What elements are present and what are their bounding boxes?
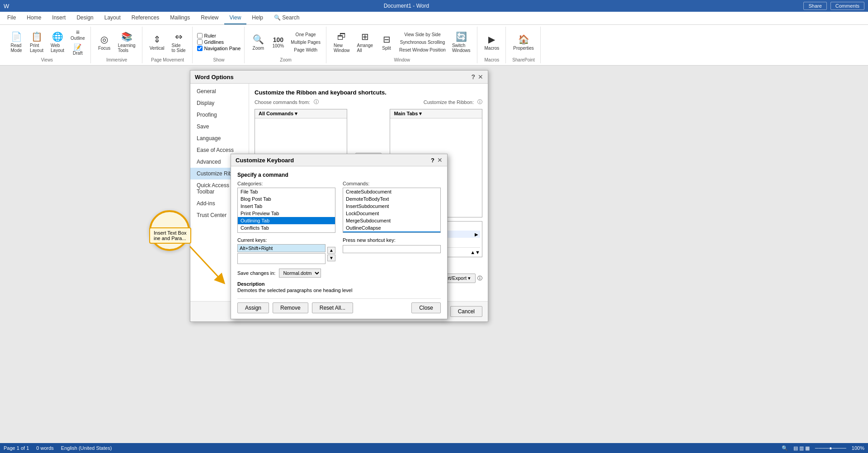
ribbon-btn-sync-scrolling[interactable]: Synchronous Scrolling (397, 39, 448, 46)
ck-categories-commands: Categories: File Tab Blog Post Tab Inser… (237, 181, 441, 233)
ribbon-btn-new-window[interactable]: 🗗 NewWindow (331, 29, 353, 55)
web-layout-icon: 🌐 (52, 31, 63, 42)
ribbon-btn-print-layout[interactable]: 📋 PrintLayout (27, 29, 46, 55)
ck-cmd-create-subdoc[interactable]: CreateSubdocument (343, 188, 440, 195)
arrange-all-icon: ⊞ (361, 31, 369, 42)
ck-description-text: Demotes the selected paragraphs one head… (237, 288, 441, 293)
ck-reset-all-btn[interactable]: Reset All... (312, 302, 353, 313)
ck-cat-insert[interactable]: Insert Tab (238, 203, 335, 210)
ck-cat-print-preview[interactable]: Print Preview Tab (238, 210, 335, 217)
ck-categories-list[interactable]: File Tab Blog Post Tab Insert Tab Print … (237, 188, 335, 233)
doc-title: Document1 - Word (384, 3, 429, 9)
gridlines-checkbox[interactable]: Gridlines (197, 39, 241, 45)
ck-cmd-merge-subdoc[interactable]: MergeSubdocument (343, 217, 440, 224)
ribbon-btn-draft[interactable]: 📝 Draft (69, 42, 87, 57)
current-key-scroll-down[interactable]: ▼ (327, 255, 335, 261)
ck-cat-blog-post[interactable]: Blog Post Tab (238, 195, 335, 203)
sidebar-item-save[interactable]: Save (190, 121, 249, 132)
ribbon-btn-focus[interactable]: ◎ Focus (95, 29, 113, 55)
ck-close-btn-bottom[interactable]: Close (411, 302, 441, 313)
sidebar-item-language[interactable]: Language (190, 132, 249, 144)
ck-cmd-lock-doc[interactable]: LockDocument (343, 210, 440, 217)
word-options-titlebar: Word Options ? ✕ (190, 71, 488, 84)
ck-save-changes-select[interactable]: Normal.dotm (279, 269, 321, 278)
status-zoom-slider[interactable]: ────●──── (815, 445, 846, 451)
sidebar-item-proofing[interactable]: Proofing (190, 109, 249, 121)
sidebar-item-display[interactable]: Display (190, 97, 249, 109)
word-options-close-btn[interactable]: ✕ (478, 73, 483, 80)
status-focus[interactable]: 🔍 (782, 445, 788, 451)
ck-cmd-outline-collapse[interactable]: OutlineCollapse (343, 224, 440, 231)
ribbon-btn-side-to-side[interactable]: ⇔ Sideto Side (169, 29, 188, 55)
comments-button[interactable]: Comments (830, 2, 864, 10)
ck-commands-label: Commands: (343, 181, 441, 186)
ribbon-btn-arrange-all[interactable]: ⊞ ArrangeAll (354, 29, 376, 55)
sidebar-item-general[interactable]: General (190, 85, 249, 97)
navigation-pane-checkbox[interactable]: Navigation Pane (197, 46, 241, 51)
tab-mailings[interactable]: Mailings (165, 12, 195, 24)
ribbon-btn-switch-windows[interactable]: 🔄 SwitchWindows (449, 29, 473, 55)
ribbon-btn-outline[interactable]: ≡ Outline (69, 28, 87, 42)
ribbon-btn-split[interactable]: ⊟ Split (377, 29, 396, 55)
learning-tools-icon: 📚 (121, 31, 132, 42)
tab-references[interactable]: References (126, 12, 165, 24)
ribbon-btn-properties[interactable]: 🏠 Properties (510, 29, 537, 55)
read-mode-icon: 📄 (11, 31, 22, 42)
word-options-help-icon[interactable]: ? (471, 73, 475, 80)
switch-windows-icon: 🔄 (456, 31, 467, 42)
ck-cmd-insert-subdoc[interactable]: InsertSubdocument (343, 203, 440, 210)
ck-assign-btn[interactable]: Assign (237, 302, 269, 313)
ribbon-btn-learning-tools[interactable]: 📚 LearningTools (115, 29, 138, 55)
current-key-scroll-up[interactable]: ▲ (327, 247, 335, 254)
ck-cat-conflicts[interactable]: Conflicts Tab (238, 224, 335, 231)
ck-cmd-outline-demote[interactable]: OutlineDemote (343, 231, 440, 233)
ribbon-btn-vertical[interactable]: ⇕ Vertical (147, 29, 167, 55)
ribbon-btn-page-width[interactable]: Page Width (289, 47, 322, 53)
ribbon-btn-view-side-by-side[interactable]: View Side by Side (397, 31, 448, 38)
ck-close-btn[interactable]: ✕ (437, 156, 443, 164)
ribbon-group-sharepoint: 🏠 Properties SharePoint (507, 27, 541, 63)
main-area: Word Options ? ✕ General Display Proofin… (0, 66, 868, 453)
tab-help[interactable]: Help (246, 12, 269, 24)
word-options-title: Word Options (195, 74, 234, 80)
ck-cat-file-tab[interactable]: File Tab (238, 188, 335, 195)
ribbon-btn-read-mode[interactable]: 📄 ReadMode (7, 29, 25, 55)
ck-description: Description Demotes the selected paragra… (237, 281, 441, 293)
ruler-checkbox[interactable]: Ruler (197, 33, 241, 38)
cancel-button[interactable]: Cancel (450, 306, 482, 317)
ribbon-btn-zoom[interactable]: 🔍 Zoom (249, 29, 267, 55)
tab-layout[interactable]: Layout (99, 12, 126, 24)
customize-keyboard-titlebar: Customize Keyboard ? ✕ (231, 154, 447, 166)
tab-view[interactable]: View (224, 12, 247, 24)
zoom-group-label: Zoom (280, 57, 292, 62)
ribbon-btn-reset-window[interactable]: Reset Window Position (397, 47, 448, 53)
ribbon-btn-macros[interactable]: ▶ Macros (482, 29, 502, 55)
ck-remove-btn[interactable]: Remove (273, 302, 308, 313)
ribbon-group-macros: ▶ Macros Macros (478, 27, 506, 63)
ck-cmd-demote-body[interactable]: DemoteToBodyText (343, 195, 440, 203)
status-page: Page 1 of 1 (4, 445, 29, 451)
ck-press-shortcut-label: Press new shortcut key: (343, 237, 441, 243)
ribbon-btn-multiple-pages[interactable]: Multiple Pages (289, 39, 322, 46)
ck-commands-list[interactable]: CreateSubdocument DemoteToBodyText Inser… (343, 188, 441, 233)
tab-search[interactable]: 🔍 Search (269, 12, 305, 24)
ribbon-btn-100[interactable]: 100 100% (269, 29, 287, 55)
tab-file[interactable]: File (2, 12, 21, 24)
ck-new-shortcut-input[interactable] (343, 245, 441, 253)
tab-review[interactable]: Review (195, 12, 224, 24)
split-icon: ⊟ (383, 34, 391, 45)
ck-cat-bg-removal[interactable]: Background Removal Tab (238, 231, 335, 233)
ck-cat-outlining[interactable]: Outlining Tab (238, 217, 335, 224)
ribbon-btn-one-page[interactable]: One Page (289, 31, 322, 38)
share-button[interactable]: Share (803, 2, 826, 10)
new-window-icon: 🗗 (337, 32, 346, 42)
tab-design[interactable]: Design (71, 12, 99, 24)
ck-buttons-row: Assign Remove Reset All... Close (237, 298, 441, 313)
vertical-icon: ⇕ (153, 34, 161, 45)
ck-save-row: Save changes in: Normal.dotm (237, 269, 441, 278)
tab-home[interactable]: Home (21, 12, 47, 24)
ribbon-group-show: Ruler Gridlines Navigation Pane Show (193, 27, 245, 63)
tab-insert[interactable]: Insert (47, 12, 71, 24)
ribbon-btn-web-layout[interactable]: 🌐 WebLayout (48, 29, 67, 55)
ck-help-icon[interactable]: ? (431, 157, 434, 164)
